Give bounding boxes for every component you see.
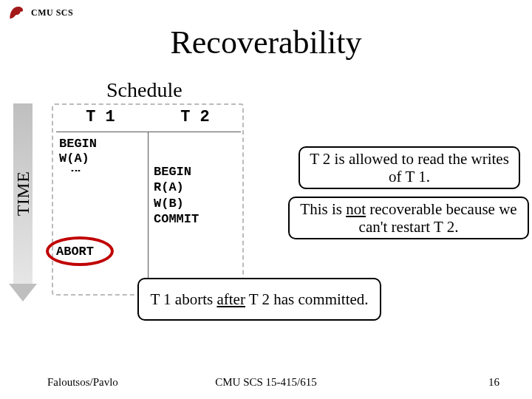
t1-op-begin: BEGIN (59, 136, 97, 151)
callout-text: T 1 aborts after T 2 has committed. (150, 290, 368, 308)
column-header-t1: T 1 (53, 108, 148, 126)
t1-op-write-a: W(A) (59, 151, 89, 166)
schedule-grid: T 1 T 2 BEGIN W(A) ⋮ BEGIN R(A) W(B) COM… (52, 103, 244, 296)
t1-ellipsis: ⋮ (72, 166, 78, 176)
callout-text: T 2 is allowed to read the writes of T 1… (307, 150, 511, 185)
slide-header: CMU SCS (7, 3, 73, 22)
footer-course: CMU SCS 15-415/615 (0, 376, 532, 389)
footer-page-number: 16 (488, 376, 499, 389)
callout-text: This is not recoverable because we can't… (297, 200, 520, 236)
slide-title: Recoverability (0, 24, 532, 61)
time-axis-arrow: TIME (9, 103, 37, 303)
header-separator (56, 132, 241, 132)
column-separator (148, 132, 149, 293)
callout-read-allowed: T 2 is allowed to read the writes of T 1… (299, 146, 520, 189)
callout-abort-after-commit: T 1 aborts after T 2 has committed. (137, 278, 381, 321)
callout-not-recoverable: This is not recoverable because we can't… (288, 197, 529, 239)
t2-ops: BEGIN R(A) W(B) COMMIT (154, 164, 199, 227)
time-axis-label: TIME (13, 171, 33, 216)
org-label: CMU SCS (31, 7, 73, 18)
abort-highlight-oval (46, 236, 114, 266)
schedule-label: Schedule (106, 78, 183, 102)
column-header-t2: T 2 (148, 108, 242, 126)
griffin-logo-icon (7, 3, 27, 22)
